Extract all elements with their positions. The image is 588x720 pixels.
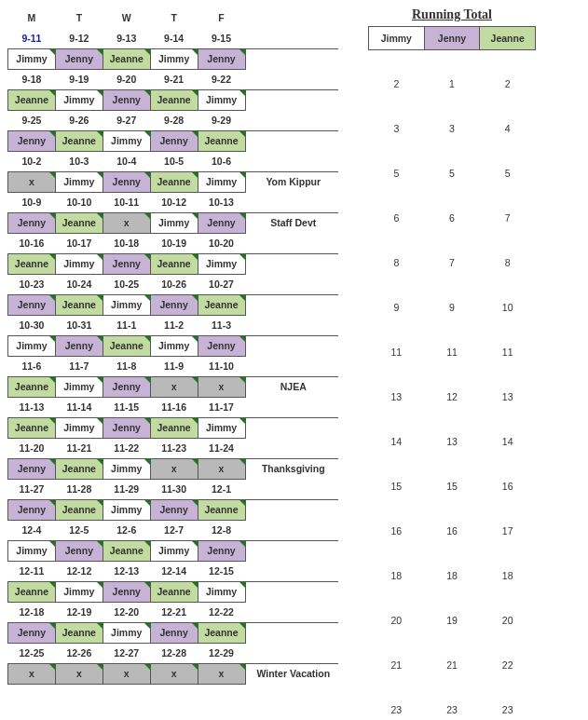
assign-cell: Jenny — [103, 376, 150, 397]
assign-row: xJimmyJennyJeanneJimmyYom Kippur — [8, 171, 339, 192]
assign-cell: x — [103, 212, 150, 233]
assign-cell: x — [198, 663, 245, 684]
running-total-title: Running Total — [368, 7, 536, 22]
assign-cell: Jeanne — [55, 294, 103, 315]
assign-row: JennyJeanneJimmyJennyJeanne — [8, 622, 339, 643]
date-cell: 12-19 — [55, 602, 103, 622]
assign-cell: Jenny — [8, 622, 56, 643]
assign-cell: Jenny — [103, 253, 150, 274]
assign-row: JeanneJimmyJennyJeanneJimmy — [8, 253, 339, 274]
assign-cell: Jeanne — [55, 499, 103, 520]
running-row: 334 — [369, 117, 536, 140]
date-row: 10-3010-3111-111-211-3 — [8, 315, 339, 335]
date-cell: 9-29 — [198, 110, 245, 130]
assign-cell: Jeanne — [8, 581, 56, 602]
assign-row: JennyJeannexJimmyJennyStaff Devt — [8, 212, 339, 233]
assign-cell: Jenny — [198, 335, 245, 356]
assign-cell: Jeanne — [103, 335, 150, 356]
assign-cell: Jenny — [8, 499, 56, 520]
date-cell: 11-8 — [103, 356, 150, 376]
date-cell: 10-4 — [103, 151, 150, 171]
date-cell: 9-12 — [55, 28, 103, 48]
assign-cell: Jimmy — [55, 581, 103, 602]
note-cell — [245, 540, 338, 561]
assign-row: JimmyJennyJeanneJimmyJenny — [8, 540, 339, 561]
assign-cell: Jeanne — [55, 622, 103, 643]
running-value: 21 — [424, 654, 480, 676]
running-value: 10 — [480, 296, 536, 319]
running-value: 9 — [369, 296, 425, 319]
date-cell: 11-21 — [55, 438, 103, 458]
note-cell — [245, 335, 338, 356]
assign-cell: Jeanne — [198, 294, 245, 315]
assign-cell: Jenny — [103, 417, 150, 438]
running-value: 2 — [480, 73, 536, 95]
date-cell: 12-29 — [198, 643, 245, 663]
date-cell: 9-27 — [103, 110, 150, 130]
date-row: 11-2711-2811-2911-3012-1 — [8, 479, 339, 499]
assign-cell: Jenny — [8, 130, 56, 151]
note-cell: Winter Vacation — [245, 663, 338, 684]
date-cell: 10-10 — [55, 192, 103, 212]
note-cell — [245, 253, 338, 274]
date-cell: 11-14 — [55, 397, 103, 417]
date-cell: 10-17 — [55, 233, 103, 253]
assign-cell: Jenny — [103, 581, 150, 602]
note-cell: Staff Devt — [245, 212, 338, 233]
running-value: 18 — [480, 564, 536, 587]
running-row: 9910 — [369, 296, 536, 319]
assign-cell: Jimmy — [103, 622, 150, 643]
date-row: 10-1610-1710-1810-1910-20 — [8, 233, 339, 253]
note-cell: Yom Kippur — [245, 171, 338, 192]
running-header-jimmy: Jimmy — [369, 27, 425, 50]
date-row: 12-1812-1912-2012-2112-22 — [8, 602, 339, 622]
assign-cell: x — [55, 663, 103, 684]
date-cell: 12-14 — [150, 561, 198, 581]
assign-cell: Jeanne — [198, 130, 245, 151]
running-value: 18 — [369, 564, 425, 587]
date-cell: 11-9 — [150, 356, 198, 376]
running-row: 111111 — [369, 341, 536, 363]
date-row: 9-259-269-279-289-29 — [8, 110, 339, 130]
note-cell — [245, 130, 338, 151]
assign-row: JeanneJimmyJennyxxNJEA — [8, 376, 339, 397]
date-cell: 11-1 — [103, 315, 150, 335]
running-row: 212122 — [369, 654, 536, 676]
date-cell: 10-19 — [150, 233, 198, 253]
assign-cell: Jimmy — [8, 48, 56, 69]
running-total-table: Jimmy Jenny Jeanne 212334555667878991011… — [368, 26, 536, 720]
date-cell: 9-14 — [150, 28, 198, 48]
date-cell: 12-18 — [8, 602, 56, 622]
assign-cell: Jeanne — [55, 212, 103, 233]
running-value: 7 — [424, 251, 480, 274]
date-cell: 10-6 — [198, 151, 245, 171]
date-cell: 12-21 — [150, 602, 198, 622]
date-cell: 11-28 — [55, 479, 103, 499]
date-cell: 12-8 — [198, 520, 245, 540]
note-cell — [245, 48, 338, 69]
date-cell: 11-22 — [103, 438, 150, 458]
running-row: 141314 — [369, 430, 536, 453]
date-cell: 9-11 — [8, 28, 56, 48]
running-value: 6 — [369, 207, 425, 229]
assign-cell: Jimmy — [150, 48, 198, 69]
note-cell — [245, 294, 338, 315]
date-cell: 10-23 — [8, 274, 56, 294]
assign-cell: Jenny — [55, 540, 103, 561]
assign-row: JimmyJennyJeanneJimmyJenny — [8, 48, 339, 69]
date-cell: 12-25 — [8, 643, 56, 663]
assign-cell: x — [8, 663, 56, 684]
date-row: 12-2512-2612-2712-2812-29 — [8, 643, 339, 663]
date-cell: 11-20 — [8, 438, 56, 458]
assign-cell: x — [103, 663, 150, 684]
running-value: 5 — [369, 162, 425, 184]
assign-cell: Jimmy — [198, 417, 245, 438]
assign-cell: Jeanne — [150, 171, 198, 192]
date-cell: 12-28 — [150, 643, 198, 663]
running-value: 20 — [369, 609, 425, 632]
assign-cell: Jenny — [8, 294, 56, 315]
date-cell: 10-31 — [55, 315, 103, 335]
running-row: 131213 — [369, 386, 536, 408]
running-value: 2 — [369, 73, 425, 95]
date-row: 12-1112-1212-1312-1412-15 — [8, 561, 339, 581]
